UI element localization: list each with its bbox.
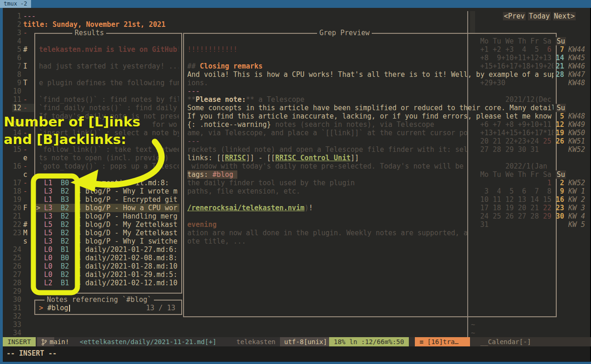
line-number: 3 [4,29,21,37]
text-seg: Mo Tu We Th Fr Sa [480,170,552,179]
text-seg: #blog [47,304,68,312]
text-seg: KW 4 [568,212,585,220]
prompt-input[interactable]: > #blog [39,304,68,312]
calendar-week[interactable]: 12 KW49 [556,120,585,129]
selection-caret: > [36,204,40,212]
text-seg: 25 [543,137,551,145]
calendar-week[interactable]: 14 KW45 [556,54,585,62]
buffer-line-dimmed: `find_daily_notes()` : find daily [39,104,179,112]
annotation-text-line2: and [B]acklinks: [4,132,126,147]
text-seg: ) [305,204,309,212]
text-seg: 26 [556,137,564,145]
down-arrow-icon: ⬇ [76,195,82,204]
buffer-margin-char: T [23,79,27,87]
backlinks-count: B1 [61,245,69,254]
preview-line: If you find this article inaccurate, lac… [187,112,553,120]
down-arrow-icon: ⬇ [76,245,82,254]
backlinks-count: B0 [61,179,69,187]
annotation-text-line1: Number of [L]inks [4,114,140,130]
text-seg: ions. [187,79,208,87]
calendar-week[interactable]: KW48 [556,79,585,87]
link[interactable]: RRISC [225,154,246,162]
down-arrow-icon: ⬇ [76,262,82,270]
backlinks-count: B2 [61,270,69,279]
result-name: blog/P - Encrypted git [85,195,178,204]
text-seg: Today [528,12,551,20]
links-count: L2 [44,279,52,287]
link[interactable]: RRISC Control Unit [275,154,351,162]
calendar-week[interactable]: 16 KW 2 [556,195,585,204]
line-number: 9 [4,79,21,87]
text-seg: e [23,154,27,162]
calendar-week-dimmed: Mo Tu We Th Fr Sa [480,170,553,179]
buffer-line-dimmed: had just started it yesterday! ... [39,62,179,70]
text-seg: KW 1 [568,187,585,195]
text-seg: ]] [350,154,359,162]
calendar-week[interactable]: 30 KW 4 [556,212,585,220]
line-number: 24 [4,245,21,254]
text-seg: telekasten.nvim is live on GitHub! [39,45,179,54]
calendar-nav-today[interactable]: Today [528,12,551,20]
result-name: blog/P - Why I switche [85,237,178,245]
file-path[interactable]: <ettelkasten/daily/2021-11-21.md[+] [80,337,216,346]
preview-line: And voila! This is how a CPU works! That… [187,70,553,79]
buffer-line-dimmed: `goto_today()` : pops up a Telesco [39,162,179,170]
text-seg: T [23,79,27,87]
calendar-week[interactable]: KW 5 [556,220,585,229]
calendar-week[interactable]: 23 KW 3 [556,204,585,212]
calendar-week[interactable]: 26 KW51 [556,137,585,145]
calendar-week[interactable]: Su [556,104,566,112]
line-number: 29 [4,287,21,295]
text-seg: 28 [556,70,564,79]
text-seg: 9 [556,187,564,195]
result-name: daily/2021-01-27.md:6: [85,245,178,254]
backlinks-count: B3 [61,195,69,204]
result-name: blog/D - My Zettelkast [85,229,178,237]
text-seg: And voila! This is how a CPU works! That… [187,70,553,79]
line-number: 5 [4,45,21,54]
tmux-window-tab[interactable]: tmux -2 [0,0,31,8]
text-seg: ## [187,62,200,70]
text-seg: > [39,304,47,312]
line-number: 22 [4,220,21,229]
calendar-week[interactable]: 5 KW48 [556,112,585,120]
text-seg: e plugin defines the following fun [39,79,179,87]
links-count: L3 [44,212,52,220]
calendar-week[interactable]: 2 KW52 [556,179,585,187]
calendar-week[interactable]: 7 KW44 [556,45,585,54]
text-seg: 24 25 26 27 28 [480,212,543,220]
calendar-week[interactable]: KW52 [556,145,585,154]
text-seg: If you find this article inaccurate, lac… [187,112,552,120]
mode-message: -- INSERT -- [6,349,57,358]
tab-indicator[interactable]: ≡ [16]tra… [415,337,470,346]
text-seg: Please note: [196,95,246,104]
line-number: 10 [4,87,21,95]
calendar-week[interactable]: 9 KW 1 [556,187,585,195]
text-seg: s [23,237,27,245]
line-number [4,170,21,179]
buffer-margin-char: - [23,29,27,37]
calendar-nav-prev[interactable]: <Prev [503,12,526,20]
text-seg: !!!!!!!!!!!! [187,45,237,54]
links-count: L1 [44,179,52,187]
git-branch[interactable]: main! [37,337,54,346]
text-seg: KW50 [568,129,585,137]
text-seg: window with today's daily note pre-selec… [187,162,464,170]
text-seg: Su [556,104,566,112]
text-seg: Next> [553,12,576,20]
text-seg [564,62,568,70]
calendar-week[interactable]: 19 KW50 [556,129,585,137]
links-count: L5 [44,229,52,237]
calendar-nav-next[interactable]: Next> [553,12,576,20]
text-seg: M [23,229,27,237]
calendar-week[interactable]: Su [556,170,566,179]
calendar-week[interactable]: Su [556,37,566,45]
calendar-week[interactable]: 28 KW47 [556,70,585,79]
text-seg: 12 [556,120,564,129]
text-seg [564,212,568,220]
calendar-week[interactable]: 21 KW46 [556,62,585,70]
text-seg: `goto_today()` : pops up a Telesco [39,162,179,170]
link[interactable]: /renerocksai/telekasten.nvim [187,204,305,212]
line-number: 31 [4,304,21,312]
text-seg: KW52 [568,179,585,187]
